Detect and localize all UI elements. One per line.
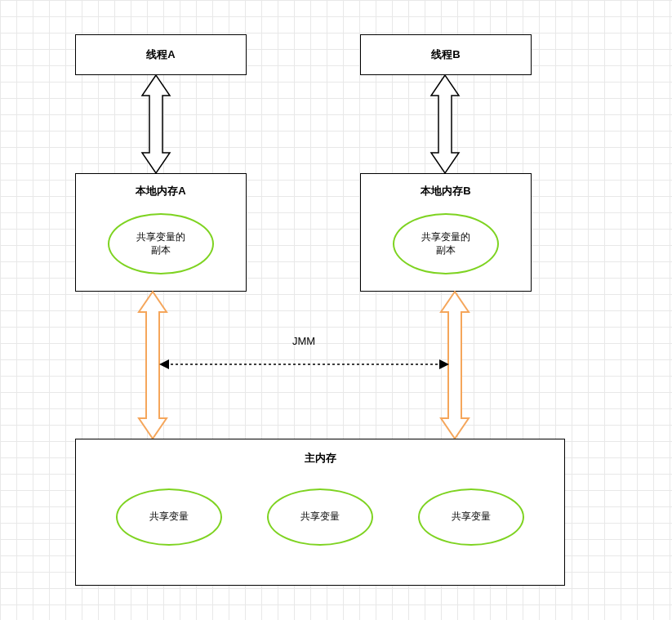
jmm-label: JMM [292, 335, 315, 347]
local-memory-b-box: 本地内存B 共享变量的 副本 [360, 173, 532, 292]
arrow-thread-b-localmem [416, 75, 474, 173]
shared-var-3: 共享变量 [418, 488, 524, 546]
local-memory-b-title: 本地内存B [421, 184, 470, 198]
shared-var-1: 共享变量 [116, 488, 222, 546]
local-memory-a-box: 本地内存A 共享变量的 副本 [75, 173, 247, 292]
main-memory-box: 主内存 共享变量 共享变量 共享变量 [75, 439, 565, 586]
shared-var-2: 共享变量 [267, 488, 373, 546]
thread-a-label: 线程A [146, 47, 175, 62]
thread-a-box: 线程A [75, 34, 247, 75]
thread-b-label: 线程B [431, 47, 460, 62]
local-memory-a-copy: 共享变量的 副本 [108, 213, 214, 274]
shared-var-1-label: 共享变量 [149, 511, 189, 524]
local-memory-b-copy: 共享变量的 副本 [393, 213, 499, 274]
svg-marker-2 [439, 359, 449, 369]
shared-var-3-label: 共享变量 [452, 511, 491, 524]
local-memory-a-title: 本地内存A [136, 184, 185, 198]
jmm-dotted-arrow [159, 356, 449, 372]
local-memory-b-copy-label: 共享变量的 副本 [421, 231, 470, 256]
arrow-thread-a-localmem [127, 75, 185, 173]
svg-marker-1 [159, 359, 169, 369]
main-memory-title: 主内存 [305, 451, 336, 466]
thread-b-box: 线程B [360, 34, 532, 75]
local-memory-a-copy-label: 共享变量的 副本 [136, 231, 185, 256]
shared-var-2-label: 共享变量 [300, 511, 340, 524]
